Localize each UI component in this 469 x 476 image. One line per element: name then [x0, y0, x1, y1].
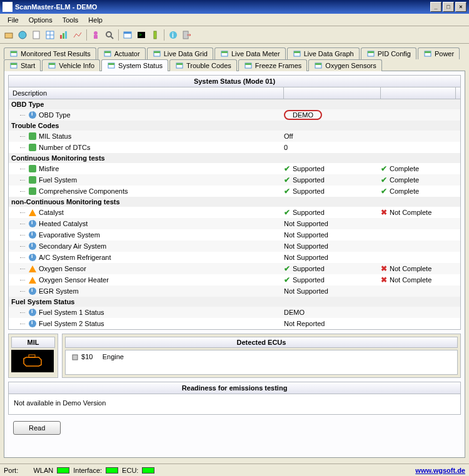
detected-ecus-box: Detected ECUs $10 Engine	[62, 334, 461, 378]
svg-rect-22	[11, 51, 17, 53]
toolbar-clipboard-icon[interactable]	[30, 29, 43, 41]
grid-row[interactable]: Oxygen Sensor✔Supported✖Not Complete	[9, 263, 460, 274]
row-value1: Not Supported	[284, 242, 328, 250]
ecu-led	[142, 467, 154, 474]
tab-oxygen-sensors[interactable]: Oxygen Sensors	[308, 59, 381, 71]
tab-live-data-grid[interactable]: Live Data Grid	[147, 47, 213, 59]
col-value2[interactable]	[381, 87, 456, 99]
svg-rect-6	[60, 35, 62, 39]
toolbar-device-icon[interactable]	[149, 29, 161, 41]
tab-power[interactable]: Power	[418, 47, 460, 59]
tab-pid-config[interactable]: PID Config	[361, 47, 416, 59]
grid-row[interactable]: Misfire✔Supported✔Complete	[9, 163, 460, 174]
grid-body: OBD TypeOBD TypeDEMOTrouble CodesMIL Sta…	[9, 99, 460, 329]
toolbar-globe-icon[interactable]	[16, 29, 29, 41]
tab-icon	[366, 49, 375, 58]
tab-live-data-meter[interactable]: Live Data Meter	[214, 47, 286, 59]
grid-row[interactable]: Catalyst✔Supported✖Not Complete	[9, 207, 460, 218]
toolbar-search-icon[interactable]	[103, 29, 116, 41]
status-ok-icon	[29, 187, 36, 195]
toolbar-terminal-icon[interactable]: >	[135, 29, 148, 41]
status-wlan-label: WLAN	[33, 467, 53, 474]
grid-row[interactable]: Secondary Air SystemNot Supported	[9, 240, 460, 252]
row-label: Oxygen Sensor	[39, 265, 86, 272]
toolbar-charts-icon[interactable]	[58, 29, 70, 41]
website-link[interactable]: www.wgsoft.de	[415, 467, 465, 474]
svg-line-12	[111, 36, 113, 39]
grid-row[interactable]: Comprehensive Components✔Supported✔Compl…	[9, 186, 460, 197]
row-label: Evaporative System	[39, 231, 100, 239]
menu-tools[interactable]: Tools	[58, 15, 84, 25]
minimize-button[interactable]: _	[430, 2, 441, 12]
row-value1: Supported	[293, 176, 325, 184]
row-value1: DEMO	[284, 110, 322, 120]
ecu-list[interactable]: $10 Engine	[65, 350, 458, 375]
grid-row[interactable]: Fuel System✔Supported✔Complete	[9, 174, 460, 186]
tab-icon	[175, 61, 184, 70]
svg-rect-0	[5, 33, 13, 38]
svg-rect-38	[49, 63, 55, 65]
grid-title: System Status (Mode 01)	[9, 76, 460, 87]
grid-row[interactable]: OBD TypeDEMO	[9, 109, 460, 121]
tab-live-data-graph[interactable]: Live Data Graph	[287, 47, 360, 59]
app-icon	[3, 2, 13, 12]
tab-actuator[interactable]: Actuator	[98, 47, 146, 59]
system-status-panel: System Status (Mode 01) Description OBD …	[4, 71, 465, 458]
svg-rect-32	[368, 51, 374, 53]
row-value2: Not Complete	[390, 276, 431, 284]
row-label: Fuel System	[39, 176, 77, 184]
title-bar: ScanMaster-ELM - DEMO _ □ ×	[0, 0, 469, 14]
toolbar-window-icon[interactable]	[121, 29, 134, 41]
status-port-label: Port:	[4, 467, 18, 474]
toolbar-exit-icon[interactable]	[181, 29, 193, 41]
close-button[interactable]: ×	[455, 2, 466, 12]
grid-row[interactable]: Fuel System 2 StatusNot Reported	[9, 318, 460, 329]
info-icon	[29, 254, 36, 261]
col-description[interactable]: Description	[9, 87, 284, 99]
grid-row[interactable]: EGR SystemNot Supported	[9, 285, 460, 297]
grid-row[interactable]: Evaporative SystemNot Supported	[9, 229, 460, 240]
main-area: Monitored Test ResultsActuatorLive Data …	[0, 44, 469, 464]
tab-vehicle-info[interactable]: Vehicle Info	[42, 59, 100, 71]
mil-box: MIL	[8, 334, 58, 378]
tab-icon	[107, 61, 116, 70]
row-value1: Not Reported	[284, 320, 325, 327]
status-grid: System Status (Mode 01) Description OBD …	[8, 75, 461, 330]
tab-freeze-frames[interactable]: Freeze Frames	[238, 59, 308, 71]
grid-row[interactable]: Number of DTCs0	[9, 142, 460, 153]
menu-options[interactable]: Options	[24, 15, 58, 25]
tab-start[interactable]: Start	[4, 59, 41, 71]
grid-row[interactable]: Heated CatalystNot Supported	[9, 218, 460, 229]
col-value1[interactable]	[284, 87, 381, 99]
row-label: Oxygen Sensor Heater	[39, 276, 109, 284]
row-value1: Not Supported	[284, 231, 328, 239]
toolbar-person-icon[interactable]	[89, 29, 102, 41]
maximize-button[interactable]: □	[443, 2, 454, 12]
tab-icon	[153, 49, 161, 58]
tab-system-status[interactable]: System Status	[101, 59, 168, 71]
row-value1: DEMO	[284, 309, 305, 316]
svg-rect-34	[425, 51, 431, 53]
grid-row[interactable]: MIL StatusOff	[9, 131, 460, 142]
grid-row[interactable]: A/C System RefrigerantNot Supported	[9, 252, 460, 263]
check-icon: ✔	[284, 275, 290, 284]
menu-help[interactable]: Help	[83, 15, 108, 25]
toolbar-grid-icon[interactable]	[44, 29, 56, 41]
check-icon: ✔	[284, 264, 290, 273]
row-value1: Not Supported	[284, 287, 328, 295]
grid-row[interactable]: Fuel System 1 StatusDEMO	[9, 307, 460, 318]
grid-row[interactable]: Oxygen Sensor Heater✔Supported✖Not Compl…	[9, 274, 460, 285]
toolbar-info-icon[interactable]: i	[167, 29, 179, 41]
read-button[interactable]: Read	[13, 421, 61, 435]
svg-rect-46	[315, 63, 321, 65]
tab-icon	[220, 49, 229, 58]
tab-monitored-test-results[interactable]: Monitored Test Results	[4, 47, 96, 59]
toolbar-open-icon[interactable]	[3, 29, 15, 41]
tab-trouble-codes[interactable]: Trouble Codes	[169, 59, 237, 71]
section-header: OBD Type	[9, 99, 460, 109]
tab-row-1: Monitored Test ResultsActuatorLive Data …	[4, 47, 465, 59]
toolbar-graph-icon[interactable]	[71, 29, 84, 41]
svg-rect-10	[94, 35, 98, 39]
interface-led	[106, 467, 118, 474]
menu-file[interactable]: File	[3, 15, 24, 25]
